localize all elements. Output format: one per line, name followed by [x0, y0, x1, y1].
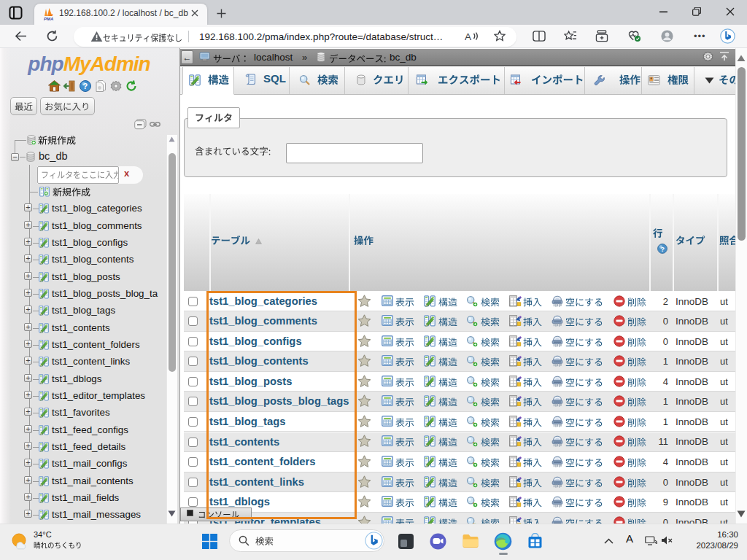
- svg-text:?: ?: [660, 245, 665, 253]
- svg-text:A: A: [465, 31, 471, 42]
- svg-text:?: ?: [83, 82, 88, 90]
- svg-text:PMA: PMA: [44, 17, 53, 21]
